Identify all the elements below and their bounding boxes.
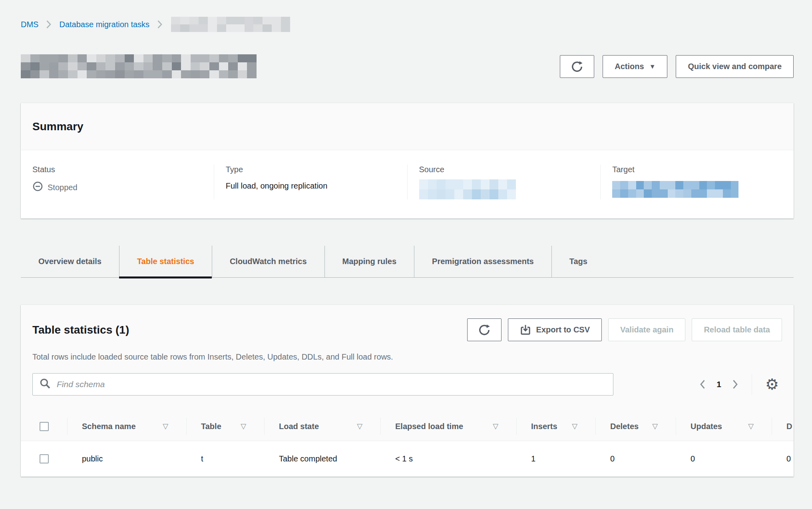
target-label: Target [612, 165, 782, 174]
reload-table-data-label: Reload table data [704, 325, 770, 334]
tab-label: Overview details [38, 257, 102, 266]
cell-cutoff: 0 [772, 441, 794, 477]
search-box [32, 373, 613, 396]
search-row: 1 ⚙ [21, 364, 794, 412]
select-all-checkbox[interactable] [40, 422, 49, 431]
page-title-redacted [21, 54, 257, 78]
tab-label: CloudWatch metrics [230, 257, 307, 266]
type-field: Type Full load, ongoing replication [214, 165, 407, 199]
next-page-button[interactable] [732, 379, 738, 390]
type-value: Full load, ongoing replication [226, 181, 396, 191]
settings-gear-button[interactable]: ⚙ [765, 377, 779, 392]
previous-page-button[interactable] [699, 379, 706, 390]
table-statistics-card: Table statistics (1) [21, 305, 794, 477]
tab-premigration-assessments[interactable]: Premigration assessments [414, 246, 551, 277]
page: DMS Database migration tasks Actions [0, 0, 812, 477]
column-label: D [786, 422, 792, 431]
column-label: Updates [691, 422, 722, 431]
cell-load-state: Table completed [264, 441, 380, 477]
cell-deletes: 0 [595, 441, 676, 477]
caret-down-icon: ▼ [649, 63, 656, 70]
column-header-elapsed-load-time[interactable]: Elapsed load time▽ [380, 412, 516, 441]
column-header-deletes[interactable]: Deletes▽ [595, 412, 676, 441]
tab-label: Table statistics [137, 257, 194, 266]
column-label: Elapsed load time [395, 422, 463, 431]
column-header-updates[interactable]: Updates▽ [676, 412, 772, 441]
status-value: Stopped [32, 181, 202, 194]
column-header-inserts[interactable]: Inserts▽ [516, 412, 595, 441]
column-label: Table [201, 422, 221, 431]
sort-icon: ▽ [572, 422, 577, 431]
validate-again-button[interactable]: Validate again [608, 318, 685, 341]
type-label: Type [226, 165, 396, 174]
page-number: 1 [716, 380, 721, 389]
cell-table: t [186, 441, 264, 477]
tab-bar: Overview details Table statistics CloudW… [21, 246, 794, 278]
chevron-right-icon [157, 20, 163, 29]
sort-icon: ▽ [748, 422, 754, 431]
table-header-row: Schema name▽ Table▽ Load state▽ Elapsed … [21, 412, 794, 441]
table-statistics-table: Schema name▽ Table▽ Load state▽ Elapsed … [21, 412, 794, 477]
breadcrumb: DMS Database migration tasks [21, 17, 794, 32]
breadcrumb-link-migration-tasks[interactable]: Database migration tasks [59, 20, 149, 29]
tab-label: Mapping rules [342, 257, 397, 266]
tab-overview-details[interactable]: Overview details [21, 246, 119, 277]
page-header: Actions ▼ Quick view and compare [21, 52, 794, 78]
column-label: Load state [279, 422, 319, 431]
select-all-header [21, 412, 67, 441]
reload-table-data-button[interactable]: Reload table data [692, 318, 782, 341]
search-input[interactable] [56, 379, 606, 390]
export-csv-label: Export to CSV [536, 325, 590, 334]
column-header-cutoff[interactable]: D [772, 412, 794, 441]
tab-label: Tags [569, 257, 587, 266]
refresh-icon [571, 61, 583, 73]
summary-card-header: Summary [21, 103, 794, 150]
summary-title: Summary [32, 120, 782, 133]
validate-again-label: Validate again [620, 325, 673, 334]
column-label: Schema name [82, 422, 136, 431]
sort-icon: ▽ [241, 422, 246, 431]
target-value-redacted[interactable] [612, 181, 738, 198]
column-label: Inserts [531, 422, 557, 431]
quick-view-compare-button[interactable]: Quick view and compare [676, 55, 794, 78]
stats-description: Total rows include loaded source table r… [32, 352, 782, 362]
sort-icon: ▽ [357, 422, 362, 431]
export-csv-button[interactable]: Export to CSV [508, 318, 602, 341]
actions-button[interactable]: Actions ▼ [603, 55, 667, 78]
row-select-cell [21, 441, 67, 477]
row-checkbox[interactable] [40, 454, 49, 463]
gear-icon: ⚙ [765, 376, 779, 393]
sort-icon: ▽ [163, 422, 168, 431]
status-label: Status [32, 165, 202, 174]
search-icon [40, 378, 51, 391]
summary-body: Status Stopped Type Full load, ongoing r… [21, 150, 794, 219]
tab-tags[interactable]: Tags [551, 246, 605, 277]
chevron-right-icon [46, 20, 52, 29]
stats-title: Table statistics (1) [32, 323, 129, 336]
stats-refresh-button[interactable] [467, 318, 502, 341]
stopped-icon [32, 181, 43, 194]
cell-inserts: 1 [516, 441, 595, 477]
cell-elapsed-load-time: < 1 s [380, 441, 516, 477]
pagination: 1 ⚙ [699, 374, 779, 395]
sort-icon: ▽ [652, 422, 658, 431]
target-field: Target [600, 165, 794, 199]
refresh-button[interactable] [560, 55, 594, 78]
tab-mapping-rules[interactable]: Mapping rules [324, 246, 414, 277]
column-header-schema-name[interactable]: Schema name▽ [67, 412, 186, 441]
table-row: public t Table completed < 1 s 1 0 0 0 [21, 441, 794, 477]
tab-cloudwatch-metrics[interactable]: CloudWatch metrics [212, 246, 324, 277]
tab-label: Premigration assessments [432, 257, 534, 266]
status-field: Status Stopped [21, 165, 214, 199]
tab-table-statistics[interactable]: Table statistics [119, 246, 212, 277]
cell-schema-name: public [67, 441, 186, 477]
summary-card: Summary Status Stopped Type Full load, [21, 103, 794, 219]
column-header-load-state[interactable]: Load state▽ [264, 412, 380, 441]
refresh-icon [478, 324, 490, 336]
source-value-redacted[interactable] [419, 179, 516, 199]
breadcrumb-link-dms[interactable]: DMS [21, 20, 38, 29]
stats-header: Table statistics (1) [21, 305, 794, 364]
download-icon [520, 324, 531, 336]
stats-buttons: Export to CSV Validate again Reload tabl… [467, 318, 782, 341]
column-header-table[interactable]: Table▽ [186, 412, 264, 441]
